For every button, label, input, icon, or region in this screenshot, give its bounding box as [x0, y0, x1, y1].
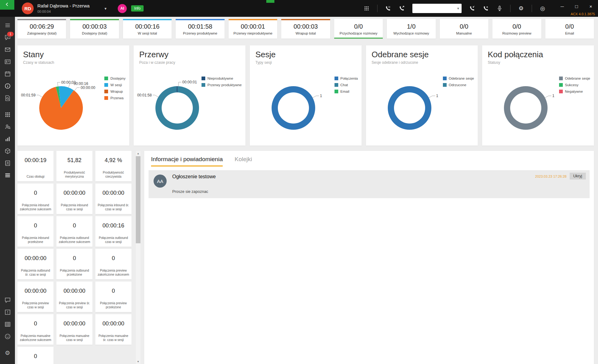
kpi-value: 0	[73, 222, 76, 229]
kpi-value: 0	[34, 222, 37, 229]
legend-item: Chat	[335, 83, 358, 87]
document-search-icon[interactable]	[3, 94, 12, 102]
kpi-value: 00:00:16	[102, 222, 124, 229]
kpi-label: Połączenia preview śr. czas w sesji	[58, 301, 91, 309]
announcement-timestamp: 2023.03.23 17:26:28	[535, 175, 567, 178]
chart-title: Kod połączenia	[488, 50, 543, 59]
minimize-button[interactable]: ─	[555, 0, 569, 12]
chart-card: Przerwy Poza i w czasie pracy 00:00:0100…	[134, 45, 245, 146]
chat-icon[interactable]	[3, 296, 12, 304]
scroll-up-icon[interactable]: ▲	[136, 151, 140, 156]
calendar-icon[interactable]	[3, 70, 12, 78]
contact-card-icon[interactable]	[3, 58, 12, 66]
kpi-card: 00:00:16 Połączenia outbound czas w sesj…	[95, 216, 131, 247]
chart-plot: 1	[482, 63, 594, 144]
kpi-card: 0 Połączenia preview przełożone	[95, 282, 131, 312]
stat-value: 0/0	[334, 23, 383, 30]
stat-label: Przerwy produktywne	[176, 31, 224, 35]
statistics-icon[interactable]	[3, 135, 12, 143]
kpi-card: 51,82 Produktywność merytoryczna	[56, 151, 93, 181]
kpi-value: 0	[112, 288, 115, 294]
dialpad-icon[interactable]	[363, 5, 370, 12]
stat-card: 00:00:16 W sesji total	[123, 19, 172, 39]
scrollbar-thumb[interactable]	[136, 156, 140, 243]
kpi-value: 0	[34, 320, 37, 327]
status-chevron-down-icon[interactable]: ▾	[105, 6, 107, 11]
legend-label: Dostępny	[110, 77, 126, 80]
svg-text:00:00:00: 00:00:00	[81, 86, 95, 90]
close-button[interactable]: ×	[584, 0, 598, 12]
stat-card: 1/0 Wychodzące rozmowy	[387, 19, 435, 39]
table-icon[interactable]	[3, 320, 12, 328]
info-icon[interactable]	[3, 82, 12, 90]
kpi-label: Połączenia outbound zakończone sukcesem	[58, 236, 91, 244]
kpi-label: Połączenia outbound przełożone	[58, 268, 91, 277]
kpi-label: Produktywność rzeczywista	[97, 170, 130, 179]
stat-value: 00:06:29	[17, 23, 66, 30]
legend-label: Chat	[340, 83, 348, 87]
stat-card: 0/0 Przychodzące rozmowy	[334, 19, 383, 39]
tab-informacje-i-powiadomienia[interactable]: Informacje i powiadomienia	[151, 156, 223, 166]
user-avatar[interactable]: RD	[22, 2, 34, 14]
answer-call-icon[interactable]	[469, 5, 475, 12]
stat-card: 0/0 Rozmowy preview	[492, 19, 541, 39]
info-badge[interactable]: Info	[131, 5, 144, 12]
kpi-card: 00:00:00 Połączenia preview śr. czas w s…	[56, 282, 93, 312]
legend-item: Przerwa	[104, 96, 126, 100]
stat-value: 00:01:58	[176, 23, 224, 30]
svg-text:00:01:58: 00:01:58	[137, 93, 152, 97]
legend-label: Email	[340, 90, 349, 93]
status-timer: 00:00:04	[37, 10, 90, 14]
settings-icon[interactable]: ⚙	[3, 349, 12, 357]
status-combobox[interactable]: ▾	[412, 4, 462, 13]
menu-icon[interactable]	[3, 21, 12, 29]
back-button[interactable]	[0, 0, 14, 10]
stat-label: Email	[545, 31, 594, 35]
legend-swatch	[202, 83, 205, 87]
settings-gear-icon[interactable]: ⚙	[518, 6, 524, 11]
maximize-button[interactable]: □	[569, 0, 584, 12]
alerts-icon[interactable]	[3, 308, 12, 316]
legend-item: Dostępny	[104, 77, 126, 80]
app-window: RD Rafał Dąbrowa - Przerwa 00:00:04 ▾ AI…	[0, 0, 598, 364]
hide-button[interactable]: Ukryj	[570, 173, 586, 180]
queues-icon[interactable]	[3, 171, 12, 179]
stat-label: Dostępny (total)	[70, 31, 119, 35]
svg-text:1: 1	[552, 94, 554, 98]
stat-value: 00:00:03	[70, 23, 119, 30]
chart-plot: 1	[366, 63, 478, 144]
package-icon[interactable]	[3, 147, 12, 155]
kpi-card: 0	[17, 347, 54, 364]
kpi-scrollbar[interactable]: ▲ ▼	[136, 151, 140, 364]
address-book-icon[interactable]	[3, 159, 12, 167]
scroll-down-icon[interactable]: ▼	[136, 359, 140, 364]
microphone-icon[interactable]	[496, 5, 503, 12]
separator	[377, 5, 377, 12]
titlebar: RD Rafał Dąbrowa - Przerwa 00:00:04 ▾ AI…	[0, 0, 598, 17]
legend-item: Sukcesy	[559, 83, 590, 87]
stat-card: 00:00:03 Dostępny (total)	[70, 19, 119, 39]
conversations-icon[interactable]: 1	[3, 33, 12, 41]
phone-forward-icon[interactable]	[399, 5, 405, 12]
kpi-label: Czas obsługi	[26, 175, 44, 179]
record-target-icon[interactable]: ◎	[539, 6, 546, 11]
add-call-icon[interactable]	[483, 5, 489, 12]
legend-swatch	[559, 90, 563, 93]
legend-swatch	[335, 83, 338, 87]
kpi-card: 0 Połączenia manualne zakończone sukcese…	[17, 314, 54, 345]
stat-value: 0/0	[440, 23, 488, 30]
mail-icon[interactable]	[3, 45, 12, 54]
kpi-label: Połączenia preview zakończone sukcesem	[97, 268, 130, 277]
person-search-icon[interactable]	[3, 123, 12, 131]
kpi-label: Połączenia manualne czas w sesji	[58, 334, 91, 342]
chart-card: Kod połączenia Statusy 1 Odebrane sesjeS…	[482, 45, 594, 146]
kpi-card: 4,92 % Produktywność rzeczywista	[95, 151, 131, 181]
ai-badge[interactable]: AI	[118, 4, 127, 13]
apps-grid-icon[interactable]	[3, 110, 12, 119]
kpi-value: 00:00:00	[64, 190, 85, 196]
tab-kolejki[interactable]: Kolejki	[235, 156, 252, 166]
phone-keypad-icon[interactable]	[385, 5, 391, 12]
smiley-icon[interactable]	[3, 332, 12, 340]
legend-item: W sesji	[104, 83, 126, 87]
kpi-label: Połączenia inbound czas w sesji	[58, 203, 91, 211]
